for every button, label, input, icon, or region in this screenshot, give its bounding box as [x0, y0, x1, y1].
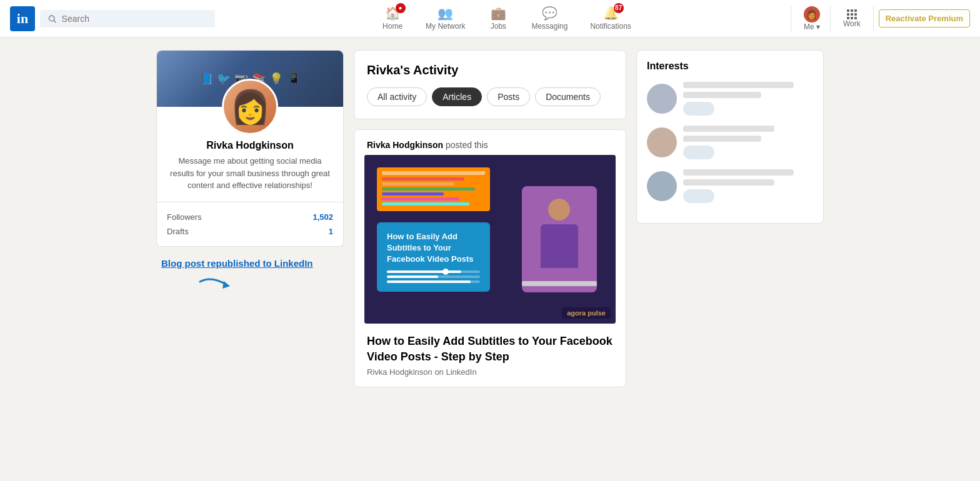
nav-me-label: Me ▾: [804, 22, 820, 31]
right-sidebar: Interests: [636, 50, 824, 224]
followers-count[interactable]: 1,502: [312, 212, 333, 222]
search-icon: [48, 14, 57, 24]
post-image[interactable]: How to Easily Add Subtitles to Your Face…: [364, 155, 616, 324]
post-author[interactable]: Rivka Hodgkinson: [367, 140, 443, 150]
blog-link-area: Blog post republished to LinkedIn: [156, 257, 344, 294]
followers-row: Followers 1,502: [167, 210, 333, 224]
activity-title: Rivka's Activity: [367, 63, 613, 77]
svg-marker-2: [222, 281, 230, 289]
nav-divider: [791, 6, 791, 31]
post-meta: Rivka Hodgkinson posted this: [354, 130, 626, 155]
interest-line: [683, 82, 794, 88]
profile-avatar[interactable]: 👩: [222, 79, 278, 135]
interests-title: Interests: [647, 61, 813, 72]
interest-avatar-3: [647, 171, 677, 201]
interest-info-3: [683, 169, 813, 203]
person-body: [541, 224, 578, 268]
left-sidebar: 📘 🐦 📷 📚 💡 📱 👩 Rivka Hodgkinson Message m…: [156, 50, 344, 294]
article-thumb: How to Easily Add Subtitles to Your Face…: [364, 155, 616, 324]
interest-line: [683, 136, 761, 142]
person-desk: [522, 281, 597, 286]
interest-line: [683, 179, 774, 186]
home-icon: 🏠 ●: [385, 6, 401, 21]
main-layout: 📘 🐦 📷 📚 💡 📱 👩 Rivka Hodgkinson Message m…: [146, 50, 834, 387]
interests-card: Interests: [636, 50, 824, 224]
svg-point-0: [49, 16, 54, 21]
profile-stats: Followers 1,502 Drafts 1: [157, 202, 343, 246]
nav-work-menu[interactable]: Work: [836, 9, 868, 28]
post-title[interactable]: How to Easily Add Subtitles to Your Face…: [367, 334, 613, 365]
overlay-title: How to Easily Add Subtitles to Your Face…: [387, 231, 480, 265]
post-subtitle: Rivka Hodgkinson on LinkedIn: [367, 367, 613, 377]
profile-info: Rivka Hodgkinson Message me about gettin…: [157, 135, 343, 202]
nav-notifications-label: Notifications: [590, 22, 631, 31]
thumb-right: [502, 155, 616, 324]
mynetwork-icon: 👥: [438, 6, 453, 21]
interest-info-1: [683, 82, 813, 116]
profile-name[interactable]: Rivka Hodgkinson: [167, 140, 333, 151]
notifications-icon: 🔔 87: [603, 6, 619, 21]
nav-mynetwork-label: My Network: [426, 22, 465, 31]
thumb-left: How to Easily Add Subtitles to Your Face…: [364, 155, 502, 324]
linkedin-logo[interactable]: in: [10, 6, 35, 31]
post-thumbnail: How to Easily Add Subtitles to Your Face…: [364, 155, 616, 324]
nav-items: 🏠 ● Home 👥 My Network 💼 Jobs 💬 Messaging…: [225, 6, 788, 32]
followers-label: Followers: [167, 212, 202, 222]
filter-posts[interactable]: Posts: [487, 87, 530, 106]
blog-republished-link[interactable]: Blog post republished to LinkedIn: [161, 257, 313, 270]
interest-line: [683, 169, 794, 176]
avatar-wrap: 👩: [157, 79, 343, 135]
search-input[interactable]: [62, 14, 208, 24]
person-head: [548, 199, 570, 221]
filter-documents[interactable]: Documents: [535, 87, 601, 106]
interest-avatar-2: [647, 127, 677, 157]
nav-item-jobs[interactable]: 💼 Jobs: [476, 6, 520, 32]
drafts-count[interactable]: 1: [329, 227, 333, 236]
nav-messaging-label: Messaging: [531, 22, 568, 31]
overlay-progress: [387, 270, 480, 283]
filter-tabs: All activity Articles Posts Documents: [367, 87, 613, 106]
reactivate-premium-button[interactable]: Reactivate Premium: [879, 9, 970, 27]
nav-divider-2: [830, 6, 831, 31]
profile-card: 📘 🐦 📷 📚 💡 📱 👩 Rivka Hodgkinson Message m…: [156, 50, 344, 247]
messaging-icon: 💬: [542, 6, 558, 21]
profile-bio: Message me about getting social media re…: [167, 155, 333, 192]
thumb-overlay: How to Easily Add Subtitles to Your Face…: [377, 222, 490, 292]
filter-all-activity[interactable]: All activity: [367, 87, 427, 106]
nav-item-messaging[interactable]: 💬 Messaging: [520, 6, 579, 32]
interest-item-2: [647, 126, 813, 159]
interest-info-2: [683, 126, 813, 159]
home-badge: ●: [396, 3, 406, 13]
nav-item-home[interactable]: 🏠 ● Home: [371, 6, 414, 32]
jobs-icon: 💼: [491, 6, 506, 21]
post-card: Rivka Hodgkinson posted this: [354, 129, 626, 387]
grid-icon: [847, 9, 857, 19]
center-content: Rivka's Activity All activity Articles P…: [354, 50, 626, 387]
nav-home-label: Home: [382, 22, 402, 31]
navigation: in 🏠 ● Home 👥 My Network 💼 Jobs 💬 Messag…: [0, 0, 980, 37]
activity-card: Rivka's Activity All activity Articles P…: [354, 50, 626, 119]
avatar: 👩: [804, 6, 820, 22]
filter-articles[interactable]: Articles: [432, 87, 482, 106]
arrow-icon: [199, 272, 236, 294]
nav-divider-3: [873, 6, 874, 31]
nav-item-notifications[interactable]: 🔔 87 Notifications: [579, 6, 642, 32]
thumb-browser: [377, 167, 490, 211]
interest-avatar-1: [647, 84, 677, 114]
person-figure: [522, 186, 597, 292]
interest-line: [683, 126, 774, 132]
interest-item-1: [647, 82, 813, 116]
notifications-badge: 87: [614, 3, 624, 13]
post-content: How to Easily Add Subtitles to Your Face…: [354, 324, 626, 387]
nav-item-mynetwork[interactable]: 👥 My Network: [414, 6, 476, 32]
interest-line: [683, 92, 761, 98]
search-bar[interactable]: [40, 10, 215, 27]
interest-item-3: [647, 169, 813, 203]
post-meta-suffix: posted this: [446, 140, 488, 150]
nav-jobs-label: Jobs: [491, 22, 506, 31]
drafts-label: Drafts: [167, 227, 189, 236]
svg-line-1: [54, 20, 56, 22]
nav-me-menu[interactable]: 👩 Me ▾: [799, 6, 825, 31]
nav-work-label: Work: [843, 19, 861, 28]
drafts-row: Drafts 1: [167, 224, 333, 239]
